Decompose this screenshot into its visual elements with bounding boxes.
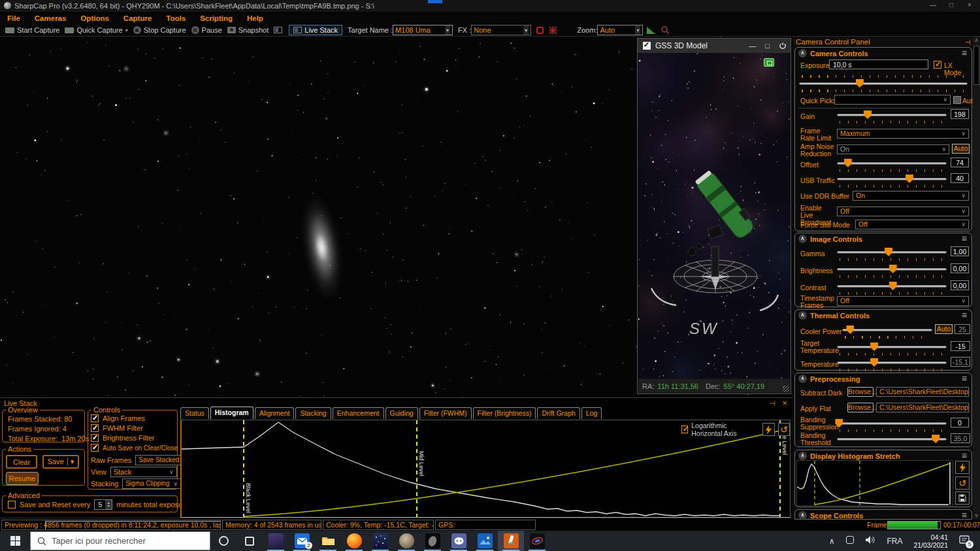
group-header[interactable]: ∧Preprocessing (798, 375, 860, 383)
auto-stretch-button[interactable] (955, 461, 970, 474)
scroll-down-icon[interactable]: ∨ (973, 512, 980, 520)
reticle-button[interactable] (549, 26, 557, 35)
amp-auto-button[interactable]: Auto (952, 144, 970, 154)
group-header[interactable]: ∧Thermal Controls (798, 311, 870, 320)
taskbar-search[interactable]: Taper ici pour rechercher (30, 531, 210, 550)
start-capture-button[interactable]: Start Capture (5, 26, 59, 34)
minimize-window-button[interactable]: — (926, 1, 939, 8)
tab-alignment[interactable]: Alignment (255, 407, 295, 419)
gss-maximize-button[interactable]: □ (765, 42, 770, 50)
menu-file[interactable]: File (0, 14, 27, 22)
save-stretch-button[interactable] (955, 492, 970, 505)
collapse-icon[interactable]: ∧ (798, 511, 807, 520)
tab-log[interactable]: Log (581, 407, 602, 419)
histogram-icon[interactable] (647, 27, 655, 34)
spin-down-icon[interactable]: ▾ (108, 505, 110, 508)
pin-icon[interactable]: ⊣ (965, 38, 971, 46)
tab-status[interactable]: Status (180, 407, 209, 419)
slider-thumb[interactable] (889, 282, 897, 290)
exposure-slider[interactable] (799, 79, 968, 88)
maximize-window-button[interactable]: □ (945, 1, 958, 8)
view-select[interactable]: Stack∨ (110, 467, 177, 477)
save-reset-checkbox[interactable] (8, 501, 16, 509)
resize-grip[interactable] (783, 386, 789, 392)
cooler-auto-button[interactable]: Auto (935, 324, 953, 334)
banding-suppression-value[interactable]: 0 (951, 418, 969, 427)
quick-picks-auto-checkbox[interactable] (953, 96, 961, 104)
resume-button[interactable]: Resume (6, 472, 39, 485)
volume-icon[interactable] (866, 536, 875, 546)
close-window-button[interactable]: × (963, 1, 976, 8)
frame-rate-select[interactable]: Maximum∨ (837, 129, 969, 139)
pause-button[interactable]: Pause (191, 26, 222, 34)
collapse-icon[interactable]: ∧ (798, 452, 807, 460)
cooler-power-value[interactable]: 25 (955, 324, 970, 334)
exposure-input[interactable]: 10,0 s (829, 59, 928, 69)
gss-snapshot-button[interactable] (764, 58, 774, 67)
tab-drift-graph[interactable]: Drift Graph (537, 407, 580, 419)
slider-thumb[interactable] (870, 342, 878, 351)
slider-thumb[interactable] (870, 358, 878, 367)
gss-minimize-button[interactable]: — (749, 42, 756, 50)
zoom-select[interactable]: Auto▾ (597, 25, 643, 35)
cortana-button[interactable] (210, 531, 237, 551)
menu-help[interactable]: Help (240, 14, 270, 22)
quick-capture-button[interactable]: Quick Capture▾ (65, 26, 127, 34)
align-frames-checkbox[interactable] (91, 414, 99, 422)
offset-value[interactable]: 74 (951, 158, 969, 167)
log-axis-checkbox[interactable] (681, 426, 688, 433)
taskbar-app-mail[interactable]: 2 (289, 531, 315, 551)
gss-power-button[interactable] (779, 42, 787, 50)
reset-stretch-button[interactable]: ↺ (955, 476, 970, 490)
save-dropdown-arrow[interactable]: ▾ (67, 458, 74, 465)
apply-flat-path-select[interactable]: C:\Users\SharkFleet\Desktop\21_2...∨ (876, 403, 969, 412)
tray-chevron-up-icon[interactable]: ∧ (829, 537, 835, 546)
collapse-icon[interactable]: ∧ (798, 235, 807, 243)
taskbar-app-firefox[interactable] (341, 531, 367, 551)
hamburger-icon[interactable]: ≡ (962, 373, 967, 384)
banding-suppression-slider[interactable] (837, 419, 947, 427)
temperature-slider[interactable] (837, 358, 947, 367)
usb-traffic-slider[interactable] (837, 175, 947, 183)
reset-button[interactable]: ↺ (778, 423, 790, 436)
temperature-value[interactable]: -15,1 (951, 357, 970, 367)
slider-thumb[interactable] (885, 248, 892, 256)
subtract-dark-path-select[interactable]: C:\Users\SharkFleet\Desktop\dark...∨ (876, 387, 969, 397)
taskbar-app-stellarium[interactable] (263, 531, 289, 551)
scrollbar-thumb[interactable] (973, 46, 979, 85)
hamburger-icon[interactable]: ≡ (962, 450, 967, 461)
timestamp-select[interactable]: Off∨ (837, 296, 969, 306)
tab-stacking[interactable]: Stacking (295, 407, 331, 419)
slider-thumb[interactable] (889, 265, 897, 273)
auto-save-checkbox[interactable] (91, 444, 99, 452)
group-header[interactable]: ∧Image Controls (798, 235, 862, 243)
menu-options[interactable]: Options (73, 14, 116, 22)
minutes-spinner[interactable]: 5▴▾ (94, 499, 112, 510)
panel-scrollbar[interactable]: ∧ ∨ (973, 37, 980, 520)
menu-tools[interactable]: Tools (159, 14, 193, 22)
contrast-slider[interactable] (837, 282, 947, 290)
banding-threshold-value[interactable]: 35,0 (951, 433, 970, 443)
snapshot-button[interactable]: Snapshot (227, 26, 269, 34)
gss-3d-view[interactable]: SW (638, 53, 790, 378)
taskbar-app-galaxy-viewer[interactable] (419, 531, 446, 551)
slider-thumb[interactable] (856, 79, 864, 88)
zoom-tool-button[interactable] (661, 25, 670, 35)
notification-center-button[interactable]: 5 (959, 535, 970, 546)
taskbar-app-sharpcap-active[interactable] (498, 531, 524, 551)
brightness-slider[interactable] (837, 265, 947, 273)
target-name-select[interactable]: M108 Uma▾ (393, 25, 453, 35)
ddr-buffer-select[interactable]: On∨ (853, 191, 969, 201)
tab-enhancement[interactable]: Enhancement (333, 407, 384, 419)
menu-capture[interactable]: Capture (116, 14, 159, 22)
contrast-value[interactable]: 0,00 (951, 280, 969, 290)
clear-button[interactable]: Clear (6, 455, 37, 469)
taskbar-app-galaxy2[interactable] (524, 531, 550, 551)
slider-thumb[interactable] (835, 419, 843, 427)
quick-picks-select[interactable]: ∨ (834, 95, 951, 105)
subtract-dark-browse-button[interactable]: Browse... (847, 387, 874, 397)
hamburger-icon[interactable]: ≡ (962, 310, 967, 320)
live-broadcast-select[interactable]: Off∨ (837, 207, 969, 216)
taskbar-app-explorer[interactable] (315, 531, 341, 551)
slider-thumb[interactable] (906, 175, 913, 183)
